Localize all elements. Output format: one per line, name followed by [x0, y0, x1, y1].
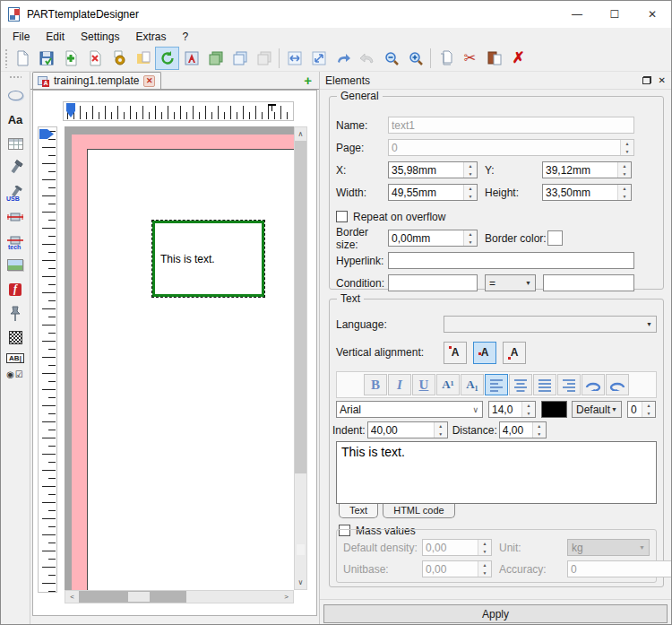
tab-training1-template[interactable]: A training1.template ✕ [32, 72, 161, 89]
rotate-right-button[interactable] [606, 374, 629, 395]
tab-html-code[interactable]: HTML code [383, 504, 454, 518]
textfield-tool[interactable]: AB| [3, 350, 28, 366]
indent-field[interactable]: ▲▼ [367, 421, 448, 438]
x-spinner[interactable]: ▲▼ [463, 162, 477, 178]
cut-button[interactable]: ✂ [458, 47, 482, 70]
dimension-tool[interactable] [3, 204, 28, 229]
copy-pages-button[interactable] [434, 47, 458, 70]
image-tool[interactable] [3, 253, 28, 277]
subscript-button[interactable]: A₁ [461, 374, 484, 395]
page-content-area[interactable] [87, 149, 294, 590]
add-template-button[interactable] [58, 47, 82, 70]
ellipse-tool[interactable] [3, 83, 28, 108]
underline-button[interactable]: U [412, 374, 435, 395]
report-button[interactable] [482, 47, 506, 70]
tech-dimension-tool[interactable]: tech [3, 229, 28, 253]
x-field[interactable]: ▲▼ [388, 161, 478, 178]
valign-top-button[interactable]: A [444, 342, 467, 364]
menu-extras[interactable]: Extras [127, 30, 174, 43]
apply-button[interactable]: Apply [323, 604, 668, 623]
template-settings-button[interactable] [107, 47, 131, 70]
scroll-down-arrow[interactable]: ∨ [295, 576, 306, 589]
copy-button[interactable] [228, 47, 252, 70]
hyperlink-field[interactable] [388, 252, 634, 269]
outline-field[interactable]: ▲▼ [627, 401, 656, 418]
border-color-swatch[interactable] [547, 230, 563, 246]
zoom-out-button[interactable] [379, 47, 403, 70]
width-field[interactable]: ▲▼ [388, 184, 478, 201]
duplicate-page-button[interactable] [203, 47, 228, 70]
scroll-right-arrow[interactable]: > [280, 591, 293, 603]
align-center-button[interactable] [509, 374, 532, 395]
outline-spinner[interactable]: ▲▼ [642, 402, 655, 417]
selected-text-element[interactable]: This is text. [152, 221, 264, 297]
save-button[interactable] [34, 47, 58, 70]
vertical-scroll-thumb[interactable] [295, 141, 306, 473]
menu-file[interactable]: File [4, 30, 38, 43]
font-color-swatch[interactable] [541, 401, 567, 418]
condition-operator-dropdown[interactable]: =▼ [485, 274, 536, 291]
ruler-tab-marker[interactable] [268, 104, 276, 111]
new-document-button[interactable] [10, 47, 34, 70]
rotate-left-button[interactable] [582, 374, 605, 395]
redo-button[interactable] [355, 47, 379, 70]
delete-template-button[interactable] [82, 47, 107, 70]
pin-tool[interactable] [3, 301, 28, 326]
scroll-up-arrow[interactable]: ∧ [295, 127, 306, 141]
close-panel-icon[interactable]: ✕ [659, 75, 666, 85]
align-right-button[interactable] [557, 374, 581, 395]
y-spinner[interactable]: ▲▼ [617, 162, 631, 178]
menu-settings[interactable]: Settings [73, 30, 127, 43]
design-canvas[interactable]: This is text. ∧ ∨ < > [32, 90, 317, 616]
undo-button[interactable] [331, 47, 355, 70]
maximize-button[interactable]: ☐ [596, 1, 633, 28]
border-size-field[interactable]: ▲▼ [388, 230, 478, 247]
float-panel-icon[interactable] [642, 76, 651, 84]
table-tool[interactable] [3, 132, 28, 156]
paste-button[interactable] [252, 47, 276, 70]
width-spinner[interactable]: ▲▼ [463, 185, 477, 200]
export-pdf-button[interactable] [179, 47, 203, 70]
border-size-spinner[interactable]: ▲▼ [463, 230, 477, 246]
ruler-position-marker[interactable] [66, 103, 75, 117]
bold-button[interactable]: B [364, 374, 387, 395]
flash-tool[interactable]: f [3, 277, 28, 301]
distance-field[interactable]: ▲▼ [499, 421, 547, 438]
align-justify-button[interactable] [533, 374, 556, 395]
distance-spinner[interactable]: ▲▼ [532, 422, 546, 438]
qrcode-tool[interactable] [3, 326, 28, 350]
italic-button[interactable]: I [388, 374, 411, 395]
height-field[interactable]: ▲▼ [542, 184, 632, 201]
superscript-button[interactable]: A¹ [436, 374, 460, 395]
align-left-button[interactable] [485, 374, 508, 395]
page-spinner[interactable]: ▲▼ [620, 140, 633, 155]
height-spinner[interactable]: ▲▼ [617, 185, 631, 200]
close-button[interactable]: ✕ [633, 1, 671, 28]
y-field[interactable]: ▲▼ [542, 161, 632, 178]
fit-page-button[interactable] [306, 47, 331, 70]
open-template-button[interactable] [131, 47, 155, 70]
menu-help[interactable]: ? [174, 30, 196, 43]
minimize-button[interactable]: — [558, 1, 596, 28]
font-size-spinner[interactable]: ▲▼ [521, 402, 535, 417]
add-tab-button[interactable]: + [304, 73, 312, 88]
horizontal-scroll-thumb[interactable] [128, 592, 150, 602]
horizontal-scrollbar[interactable]: < > [65, 590, 294, 603]
fit-width-button[interactable] [282, 47, 306, 70]
valign-bottom-button[interactable]: A [503, 342, 526, 364]
condition-right-field[interactable] [543, 274, 634, 291]
usb-part-tool[interactable]: USB [3, 180, 28, 204]
part-tool[interactable] [3, 156, 28, 180]
vertical-scrollbar[interactable]: ∧ ∨ [294, 126, 307, 590]
delete-element-button[interactable]: ✗ [506, 47, 530, 70]
zoom-in-button[interactable] [403, 47, 427, 70]
template-page[interactable] [65, 126, 294, 590]
text-tool[interactable]: Aa [3, 108, 28, 132]
tab-close-icon[interactable]: ✕ [143, 75, 155, 87]
language-dropdown[interactable]: ▼ [444, 316, 657, 333]
refresh-button[interactable] [155, 47, 179, 70]
indent-spinner[interactable]: ▲▼ [434, 422, 447, 438]
valign-middle-button[interactable]: A [473, 342, 496, 364]
option-tool[interactable]: ◉☑ [3, 366, 28, 382]
condition-left-field[interactable] [388, 274, 478, 291]
